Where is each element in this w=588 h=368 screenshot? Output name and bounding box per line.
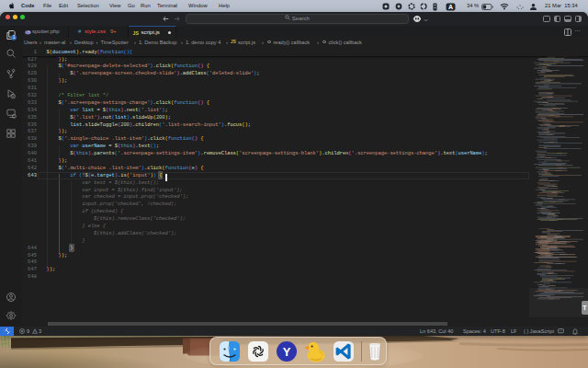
svg-text:A: A — [448, 4, 453, 10]
svg-text:1: 1 — [13, 35, 16, 40]
svg-text:Y: Y — [283, 345, 291, 359]
